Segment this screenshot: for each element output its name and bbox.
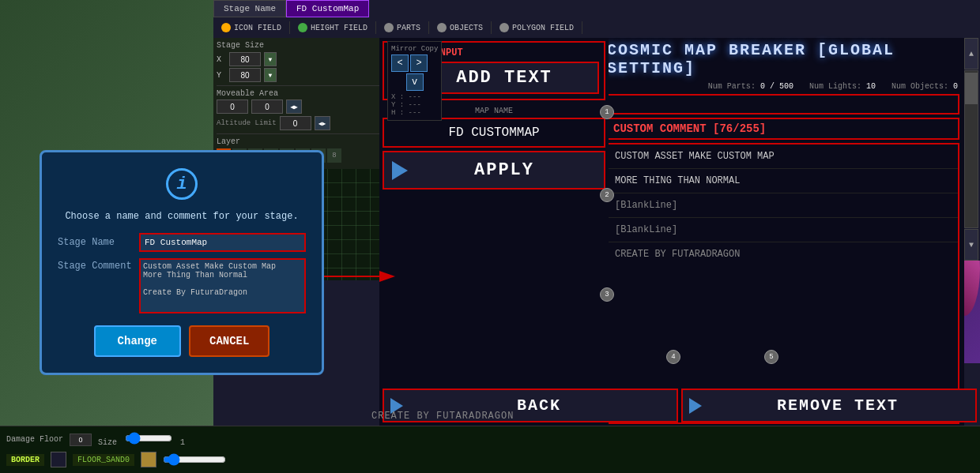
right-panel: Cosmic Map Breaker [Global Setting] Num … bbox=[601, 38, 964, 426]
scroll-track bbox=[964, 70, 978, 228]
side-scroll-controls: ▲ ▼ bbox=[964, 38, 980, 261]
text-input-field bbox=[605, 94, 959, 114]
hotspot-3: 3 bbox=[600, 287, 614, 302]
nav-icon-field[interactable]: ICON FIELD bbox=[213, 21, 290, 34]
num-objects-label: Num Objects: 0 bbox=[891, 82, 958, 91]
moveable-input-2[interactable] bbox=[251, 99, 283, 114]
num-lights-value: 10 bbox=[866, 82, 876, 91]
apply-label: APPLY bbox=[413, 160, 596, 180]
stage-name-label: Stage Name bbox=[58, 237, 133, 248]
tab-bar: Stage Name FD CustomMap bbox=[213, 0, 369, 17]
x-input[interactable] bbox=[229, 52, 261, 66]
damage-input[interactable] bbox=[70, 434, 92, 446]
stage-comment-box: Custom Asset Make Custom Map More Thing … bbox=[139, 258, 306, 317]
y-dropdown[interactable]: ▼ bbox=[264, 68, 277, 82]
custom-comment-title: CUSTOM COMMENT [76/255] bbox=[605, 118, 959, 140]
moveable-area-label: Moveable Area bbox=[217, 89, 383, 98]
stage-comment-field: Stage Comment Custom Asset Make Custom M… bbox=[58, 258, 306, 317]
nav-bar: ICON FIELD HEIGHT FIELD PARTS OBJECTS PO… bbox=[213, 17, 980, 38]
nav-objects[interactable]: OBJECTS bbox=[429, 21, 492, 34]
modal-message: Choose a name and comment for your stage… bbox=[58, 211, 306, 222]
change-button[interactable]: Change bbox=[94, 325, 181, 357]
mirror-h-display: H : --- bbox=[391, 109, 438, 117]
scroll-down-btn[interactable]: ▼ bbox=[964, 229, 978, 261]
map-name-display: FD CUSTOMMAP bbox=[383, 118, 605, 148]
modal-buttons: Change CANCEL bbox=[58, 325, 306, 357]
moveable-area-section: Moveable Area ◀▶ Altitude Limit ◀▶ bbox=[217, 89, 383, 134]
floor-label: FLOOR_SAND0 bbox=[73, 454, 134, 466]
hotspot-5: 5 bbox=[764, 350, 778, 364]
nav-polygon-field[interactable]: POLYGON FIELD bbox=[492, 21, 582, 34]
title-row: Cosmic Map Breaker [Global Setting] bbox=[601, 38, 964, 81]
remove-text-button[interactable]: REMOVE TEXT bbox=[681, 389, 977, 422]
stage-name-input[interactable] bbox=[139, 233, 306, 252]
comment-list: Custom Asset Make Custom Map More Thing … bbox=[605, 143, 959, 424]
scroll-thumb[interactable] bbox=[965, 73, 978, 104]
scroll-up-btn[interactable]: ▲ bbox=[964, 38, 978, 69]
floor-slider[interactable] bbox=[163, 453, 226, 466]
altitude-btn[interactable]: ◀▶ bbox=[315, 116, 330, 130]
stage-size-label: Stage Size bbox=[217, 41, 383, 50]
moveable-inputs: ◀▶ bbox=[217, 99, 383, 114]
layer-label: Layer bbox=[217, 137, 383, 146]
layer-8[interactable]: 8 bbox=[327, 148, 341, 163]
comment-item-5: Create By Futaradragon bbox=[607, 242, 958, 266]
mirror-left-btn[interactable]: < bbox=[391, 54, 409, 72]
num-info-row: Num Parts: 0 / 500 Num Lights: 10 Num Ob… bbox=[601, 81, 964, 92]
mirror-copy-section: Mirror Copy < > v X : --- Y : --- H : --… bbox=[387, 41, 442, 121]
moveable-btn[interactable]: ◀▶ bbox=[286, 99, 302, 114]
y-label: Y bbox=[217, 71, 226, 80]
border-preview bbox=[51, 452, 66, 467]
mirror-x-display: X : --- bbox=[391, 93, 438, 101]
create-by-text: create by Futaradragon bbox=[371, 411, 514, 422]
mirror-down-row: v bbox=[391, 73, 438, 91]
cancel-button[interactable]: CANCEL bbox=[189, 325, 270, 357]
nav-parts[interactable]: PARTS bbox=[376, 21, 429, 34]
y-input[interactable] bbox=[229, 68, 261, 82]
add-text-label: ADD TEXT bbox=[416, 68, 593, 88]
tab-stage-name[interactable]: Stage Name bbox=[213, 0, 286, 17]
comment-item-4: [BlankLine] bbox=[607, 218, 958, 242]
stage-comment-textarea[interactable]: Custom Asset Make Custom Map More Thing … bbox=[139, 258, 306, 313]
x-label: X bbox=[217, 55, 226, 64]
altitude-label: Altitude Limit bbox=[217, 119, 277, 127]
x-dropdown[interactable]: ▼ bbox=[264, 52, 277, 66]
num-lights-label: Num Lights: 10 bbox=[809, 82, 876, 91]
comment-text-input[interactable] bbox=[607, 96, 958, 113]
bottom-panel: Damage Floor Size 1 BORDER FLOOR_SAND0 bbox=[0, 426, 980, 473]
apply-button[interactable]: APPLY bbox=[383, 151, 605, 190]
remove-triangle bbox=[689, 398, 702, 414]
stage-y-row: Y ▼ bbox=[217, 68, 383, 82]
mirror-copy-label: Mirror Copy bbox=[391, 45, 438, 53]
num-objects-value: 0 bbox=[953, 82, 958, 91]
floor-preview bbox=[141, 452, 156, 467]
mirror-buttons: < > bbox=[391, 54, 438, 72]
modal-dialog: i Choose a name and comment for your sta… bbox=[40, 150, 324, 375]
altitude-input[interactable] bbox=[280, 116, 311, 130]
hotspot-2: 2 bbox=[600, 188, 614, 202]
tab-fd-custom[interactable]: FD CustomMap bbox=[286, 0, 369, 17]
stage-size-section: Stage Size X ▼ Y ▼ bbox=[217, 41, 383, 86]
comment-item-3: [BlankLine] bbox=[607, 193, 958, 218]
border-label: BORDER bbox=[6, 454, 44, 466]
nav-height-field[interactable]: HEIGHT FIELD bbox=[290, 21, 376, 34]
border-floor-row: BORDER FLOOR_SAND0 bbox=[6, 452, 974, 467]
modal-icon: i bbox=[166, 168, 198, 200]
hotspot-1: 1 bbox=[600, 105, 614, 119]
mirror-down-btn[interactable]: v bbox=[406, 73, 424, 91]
altitude-row: Altitude Limit ◀▶ bbox=[217, 116, 383, 130]
apply-triangle bbox=[392, 161, 408, 180]
stage-x-row: X ▼ bbox=[217, 52, 383, 66]
cosmic-title: Cosmic Map Breaker [Global Setting] bbox=[607, 41, 958, 77]
mirror-y-display: Y : --- bbox=[391, 101, 438, 109]
mirror-right-btn[interactable]: > bbox=[410, 54, 428, 72]
size-slider[interactable] bbox=[125, 432, 172, 445]
stage-name-field: Stage Name bbox=[58, 233, 306, 252]
num-parts-value: 0 / 500 bbox=[760, 82, 793, 91]
remove-text-label: REMOVE TEXT bbox=[707, 396, 969, 415]
num-parts-label: Num Parts: 0 / 500 bbox=[708, 82, 793, 91]
size-row: Size 1 bbox=[98, 432, 185, 447]
comment-item-2: More Thing Than Normal bbox=[607, 169, 958, 193]
moveable-input-1[interactable] bbox=[217, 99, 248, 114]
damage-floor-row: Damage Floor Size 1 bbox=[6, 432, 974, 447]
